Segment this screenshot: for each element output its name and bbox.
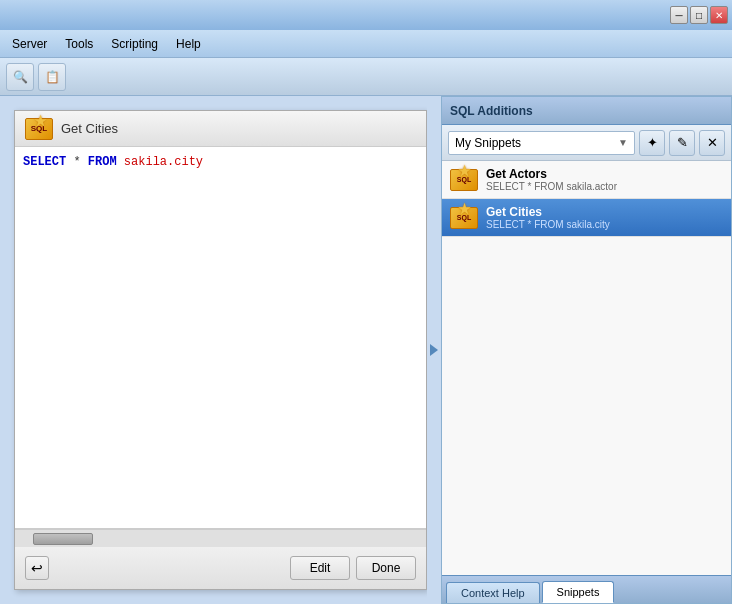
snippet-icon-1: SQL [450,207,478,229]
scroll-thumb[interactable] [33,533,93,545]
done-button[interactable]: Done [356,556,416,580]
snippet-icon-0: SQL [450,169,478,191]
tab-context-help[interactable]: Context Help [446,582,540,603]
snippet-title-bar: SQL Get Cities [15,111,426,147]
close-button[interactable]: ✕ [710,6,728,24]
select-keyword: SELECT [23,155,66,169]
sql-text-0: SQL [457,176,471,183]
main-area: SQL Get Cities SELECT * FROM sakila.city… [0,96,732,604]
undo-icon: ↩ [31,560,43,576]
window-controls: ─ □ ✕ [670,6,728,24]
menu-bar: Server Tools Scripting Help [0,30,732,58]
snippet-text-0: Get Actors SELECT * FROM sakila.actor [486,167,723,192]
chevron-down-icon: ▼ [618,137,628,148]
sql-text-1: SQL [457,214,471,221]
list-item[interactable]: SQL Get Cities SELECT * FROM sakila.city [442,199,731,237]
menu-help[interactable]: Help [168,34,209,54]
delete-icon: ✕ [707,135,718,150]
snippet-editor-panel: SQL Get Cities SELECT * FROM sakila.city… [14,110,427,590]
clipboard-toolbar-button[interactable]: 📋 [38,63,66,91]
tab-snippets[interactable]: Snippets [542,581,615,603]
snippet-name-1: Get Cities [486,205,723,219]
sql-additions-title: SQL Additions [450,104,533,118]
clipboard-icon: 📋 [45,70,60,84]
panel-arrow-icon [430,344,438,356]
table-name: sakila.city [124,155,203,169]
dropdown-label: My Snippets [455,136,521,150]
minimize-button[interactable]: ─ [670,6,688,24]
menu-server[interactable]: Server [4,34,55,54]
undo-button[interactable]: ↩ [25,556,49,580]
sql-label: SQL [31,124,47,133]
list-item[interactable]: SQL Get Actors SELECT * FROM sakila.acto… [442,161,731,199]
search-toolbar-button[interactable]: 🔍 [6,63,34,91]
panel-arrow-area [427,96,441,604]
add-icon: ✦ [647,135,658,150]
title-bar: ─ □ ✕ [0,0,732,30]
sql-additions-panel: SQL Additions My Snippets ▼ ✦ ✎ ✕ SQL [441,96,732,604]
menu-scripting[interactable]: Scripting [103,34,166,54]
horizontal-scrollbar[interactable] [15,529,426,547]
add-snippet-button[interactable]: ✦ [639,130,665,156]
from-keyword: FROM [88,155,117,169]
snippet-subtitle-1: SELECT * FROM sakila.city [486,219,723,230]
snippet-code-editor[interactable]: SELECT * FROM sakila.city [15,147,426,529]
maximize-button[interactable]: □ [690,6,708,24]
snippet-name-0: Get Actors [486,167,723,181]
search-icon: 🔍 [13,70,28,84]
star-operator: * [73,155,87,169]
delete-snippet-button[interactable]: ✕ [699,130,725,156]
toolbar: 🔍 📋 [0,58,732,96]
bottom-tabs: Context Help Snippets [442,575,731,603]
snippet-list: SQL Get Actors SELECT * FROM sakila.acto… [442,161,731,575]
sql-additions-header: SQL Additions [442,97,731,125]
snippet-title: Get Cities [61,121,118,136]
sql-snippet-icon: SQL [25,118,53,140]
snippets-toolbar: My Snippets ▼ ✦ ✎ ✕ [442,125,731,161]
menu-tools[interactable]: Tools [57,34,101,54]
snippet-action-buttons: ↩ Edit Done [15,547,426,589]
edit-icon: ✎ [677,135,688,150]
snippets-dropdown[interactable]: My Snippets ▼ [448,131,635,155]
snippet-subtitle-0: SELECT * FROM sakila.actor [486,181,723,192]
edit-snippet-button[interactable]: ✎ [669,130,695,156]
edit-button[interactable]: Edit [290,556,350,580]
snippet-text-1: Get Cities SELECT * FROM sakila.city [486,205,723,230]
